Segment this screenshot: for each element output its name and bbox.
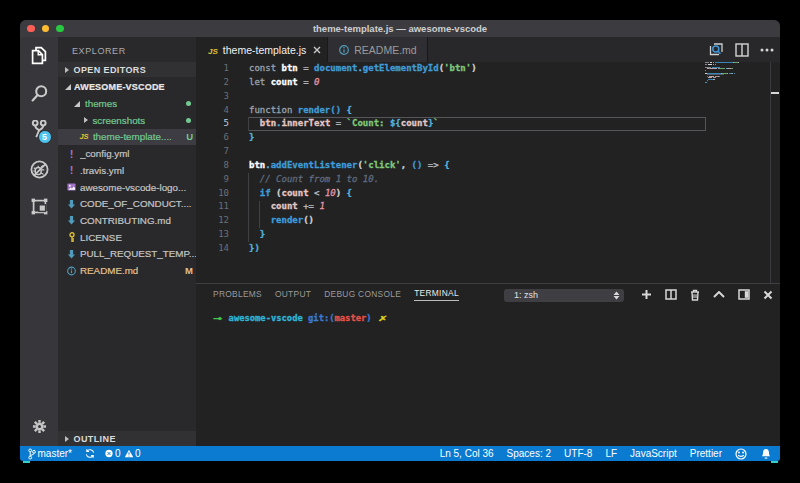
tree-item-readme-md[interactable]: README.mdM: [58, 262, 196, 279]
line-number-8[interactable]: 8: [196, 159, 229, 173]
status-ln-5-col-36[interactable]: Ln 5, Col 36: [440, 448, 494, 459]
status-smiley-icon[interactable]: [735, 448, 747, 460]
line-number-5[interactable]: 5: [196, 117, 229, 131]
minimap-token: [707, 80, 708, 81]
code-token: [249, 215, 271, 225]
line-number-4[interactable]: 4: [196, 104, 229, 118]
overview-ruler[interactable]: [770, 62, 780, 283]
editor-tab-readme-md[interactable]: README.md: [328, 37, 427, 62]
chevron-expanded-icon: [65, 84, 71, 90]
settings-gear-button[interactable]: [20, 419, 58, 434]
status-prettier[interactable]: Prettier: [690, 448, 722, 459]
tree-item-themes[interactable]: themes: [58, 95, 196, 112]
activitybar-extensions[interactable]: [20, 198, 58, 215]
tree-item-pull-request-temp-[interactable]: PULL_REQUEST_TEMP...: [58, 246, 196, 263]
status-bar-right: Ln 5, Col 36Spaces: 2UTF-8LFJavaScriptPr…: [440, 448, 780, 460]
line-number-3[interactable]: 3: [196, 90, 229, 104]
status-sync-icon[interactable]: [85, 448, 95, 459]
line-number-2[interactable]: 2: [196, 76, 229, 90]
maximize-window-button[interactable]: [56, 25, 64, 33]
split-editor-icon[interactable]: [735, 43, 749, 57]
code-token: if: [260, 188, 271, 198]
activitybar-search[interactable]: [20, 85, 58, 102]
window-title: theme-template.js — awesome-vscode: [313, 23, 487, 34]
line-number-6[interactable]: 6: [196, 131, 229, 145]
code-token: `Count:: [347, 118, 390, 128]
yaml-file-icon: !: [67, 164, 76, 176]
status-javascript[interactable]: JavaScript: [630, 448, 677, 459]
tree-item-license[interactable]: LICENSE: [58, 229, 196, 246]
status-warning-icon[interactable]: 0: [124, 448, 141, 459]
title-bar[interactable]: theme-template.js — awesome-vscode: [20, 20, 780, 37]
split-terminal-icon[interactable]: [665, 289, 677, 300]
tree-item-code-of-conduct-[interactable]: CODE_OF_CONDUCT....: [58, 195, 196, 212]
close-tab-icon[interactable]: [313, 46, 321, 54]
line-number-12[interactable]: 12: [196, 214, 229, 228]
code-token: addEventListener: [271, 160, 358, 170]
maximize-panel-icon[interactable]: [713, 291, 725, 298]
status-label: 0: [135, 448, 141, 459]
line-number-7[interactable]: 7: [196, 145, 229, 159]
code-token: count: [401, 118, 428, 128]
folder-root-header[interactable]: AWESOME-VSCODE: [58, 79, 196, 96]
panel-actions: [641, 284, 773, 305]
code-line-8: btn.addEventListener('click', () => {: [249, 159, 477, 173]
code-token: function: [249, 105, 298, 115]
more-actions-icon[interactable]: [760, 48, 774, 52]
panel-tab-output[interactable]: OUTPUT: [275, 289, 311, 301]
close-panel-icon[interactable]: [763, 290, 773, 300]
code-token: {: [347, 188, 352, 198]
activity-bar: 5: [20, 37, 58, 446]
status-branch-icon[interactable]: master*: [28, 448, 72, 460]
tab-bar: JStheme-template.js README.md: [196, 37, 780, 62]
activitybar-explorer[interactable]: [20, 46, 58, 65]
status-utf-8[interactable]: UTF-8: [564, 448, 592, 459]
tree-item-awesome-vscode-logo-[interactable]: awesome-vscode-logo...: [58, 179, 196, 196]
line-number-13[interactable]: 13: [196, 228, 229, 242]
tree-item-screenshots[interactable]: screenshots: [58, 112, 196, 129]
close-window-button[interactable]: [27, 25, 35, 33]
status-error-icon[interactable]: 0: [105, 448, 121, 459]
code-token: count: [271, 77, 298, 87]
editor-tab-theme-template-js[interactable]: JStheme-template.js: [196, 37, 328, 62]
line-number-9[interactable]: 9: [196, 173, 229, 187]
status-bell-icon[interactable]: [760, 448, 772, 460]
minimize-window-button[interactable]: [42, 25, 50, 33]
panel-tab-debug-console[interactable]: DEBUG CONSOLE: [324, 289, 401, 301]
line-number-11[interactable]: 11: [196, 200, 229, 214]
code-token: btn: [249, 160, 265, 170]
code-token: ): [471, 63, 476, 73]
terminal-token: ): [366, 313, 377, 323]
activitybar-debug[interactable]: [20, 160, 58, 179]
tree-item-theme-template-[interactable]: JStheme-template....U: [58, 129, 196, 146]
open-editors-section[interactable]: OPEN EDITORS: [58, 62, 196, 77]
terminal-prompt[interactable]: → awesome-vscode git:(master) ✗: [212, 313, 388, 323]
code-token: =: [298, 77, 314, 87]
code-editor[interactable]: 1234567891011121314 const btn = document…: [196, 62, 780, 283]
tree-item--travis-yml[interactable]: !.travis.yml: [58, 162, 196, 179]
kill-terminal-icon[interactable]: [690, 289, 700, 301]
outline-section[interactable]: OUTLINE: [58, 431, 196, 446]
toggle-panel-icon[interactable]: [738, 289, 750, 300]
tree-item--config-yml[interactable]: !_config.yml: [58, 145, 196, 162]
open-preview-icon[interactable]: [709, 42, 724, 57]
status-label: 0: [115, 448, 121, 459]
minimap-token: [708, 64, 712, 65]
minimap-token: [710, 68, 717, 69]
line-number-14[interactable]: 14: [196, 242, 229, 256]
line-number-1[interactable]: 1: [196, 62, 229, 76]
tree-item-contributing-md[interactable]: CONTRIBUTING.md: [58, 212, 196, 229]
minimap-token: [705, 64, 707, 65]
tree-item-label: _config.yml: [80, 148, 130, 159]
new-terminal-icon[interactable]: [641, 289, 652, 300]
status-lf[interactable]: LF: [605, 448, 617, 459]
code-line-14: }): [249, 242, 477, 256]
status-spaces-2[interactable]: Spaces: 2: [507, 448, 551, 459]
terminal-select[interactable]: 1: zsh: [504, 289, 624, 302]
status-label: master*: [38, 448, 72, 459]
panel-tab-problems[interactable]: PROBLEMS: [213, 289, 262, 301]
panel-tab-terminal[interactable]: TERMINAL: [414, 288, 459, 301]
code-token: // Count from 1 to 10.: [260, 174, 379, 184]
line-number-10[interactable]: 10: [196, 187, 229, 201]
minimap-token: [732, 68, 733, 69]
